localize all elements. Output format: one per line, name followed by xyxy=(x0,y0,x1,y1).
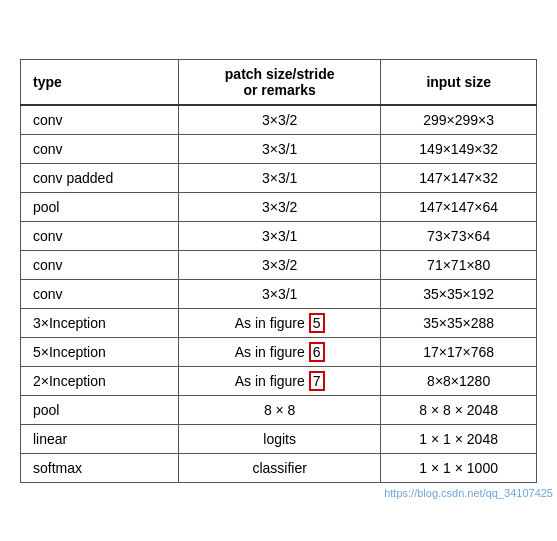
cell-patch: As in figure 6 xyxy=(178,337,380,366)
cell-patch: 3×3/2 xyxy=(178,192,380,221)
table-row: conv3×3/271×71×80 xyxy=(21,250,537,279)
cell-input: 73×73×64 xyxy=(381,221,537,250)
cell-patch: 3×3/1 xyxy=(178,134,380,163)
cell-input: 1 × 1 × 2048 xyxy=(381,424,537,453)
header-row: type patch size/strideor remarks input s… xyxy=(21,59,537,105)
cell-type: 3×Inception xyxy=(21,308,179,337)
cell-patch: 8 × 8 xyxy=(178,395,380,424)
cell-input: 147×147×64 xyxy=(381,192,537,221)
table-row: 3×InceptionAs in figure 535×35×288 xyxy=(21,308,537,337)
table-row: conv3×3/173×73×64 xyxy=(21,221,537,250)
cell-input: 17×17×768 xyxy=(381,337,537,366)
cell-type: softmax xyxy=(21,453,179,482)
table-row: pool8 × 88 × 8 × 2048 xyxy=(21,395,537,424)
table-row: softmaxclassifier1 × 1 × 1000 xyxy=(21,453,537,482)
cell-type: pool xyxy=(21,192,179,221)
cell-patch: 3×3/1 xyxy=(178,279,380,308)
cell-type: conv xyxy=(21,250,179,279)
cell-type: pool xyxy=(21,395,179,424)
col-header-input: input size xyxy=(381,59,537,105)
table-row: 2×InceptionAs in figure 78×8×1280 xyxy=(21,366,537,395)
table-row: conv padded3×3/1147×147×32 xyxy=(21,163,537,192)
table-row: pool3×3/2147×147×64 xyxy=(21,192,537,221)
cell-type: conv xyxy=(21,105,179,135)
cell-type: 5×Inception xyxy=(21,337,179,366)
cell-input: 8 × 8 × 2048 xyxy=(381,395,537,424)
table-row: conv3×3/135×35×192 xyxy=(21,279,537,308)
cell-type: conv xyxy=(21,279,179,308)
cell-patch: 3×3/1 xyxy=(178,221,380,250)
table-row: conv3×3/1149×149×32 xyxy=(21,134,537,163)
cell-patch: logits xyxy=(178,424,380,453)
cell-input: 35×35×288 xyxy=(381,308,537,337)
cell-patch: 3×3/2 xyxy=(178,105,380,135)
cell-type: 2×Inception xyxy=(21,366,179,395)
cell-type: linear xyxy=(21,424,179,453)
cell-input: 149×149×32 xyxy=(381,134,537,163)
cell-patch: 3×3/2 xyxy=(178,250,380,279)
table-row: linearlogits1 × 1 × 2048 xyxy=(21,424,537,453)
cell-input: 8×8×1280 xyxy=(381,366,537,395)
cell-type: conv xyxy=(21,134,179,163)
cell-input: 1 × 1 × 1000 xyxy=(381,453,537,482)
col-header-patch: patch size/strideor remarks xyxy=(178,59,380,105)
cell-input: 299×299×3 xyxy=(381,105,537,135)
cell-patch: As in figure 5 xyxy=(178,308,380,337)
table-container: type patch size/strideor remarks input s… xyxy=(0,39,557,503)
watermark: https://blog.csdn.net/qq_34107425 xyxy=(384,487,553,499)
cell-patch: As in figure 7 xyxy=(178,366,380,395)
table-row: 5×InceptionAs in figure 617×17×768 xyxy=(21,337,537,366)
cell-input: 147×147×32 xyxy=(381,163,537,192)
cell-type: conv padded xyxy=(21,163,179,192)
table-row: conv3×3/2299×299×3 xyxy=(21,105,537,135)
architecture-table: type patch size/strideor remarks input s… xyxy=(20,59,537,483)
cell-input: 35×35×192 xyxy=(381,279,537,308)
cell-input: 71×71×80 xyxy=(381,250,537,279)
cell-patch: classifier xyxy=(178,453,380,482)
col-header-type: type xyxy=(21,59,179,105)
cell-type: conv xyxy=(21,221,179,250)
cell-patch: 3×3/1 xyxy=(178,163,380,192)
